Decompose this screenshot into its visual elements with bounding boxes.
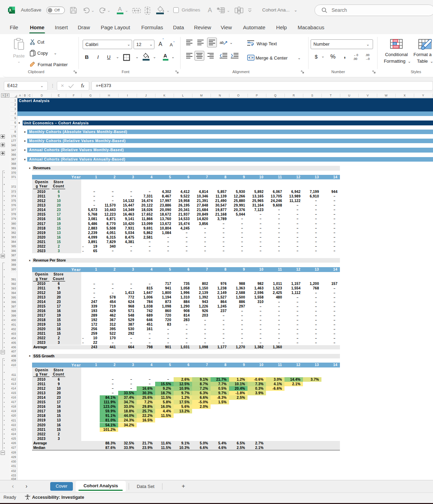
svg-text:.00: .00 xyxy=(365,53,370,57)
svg-text:ab: ab xyxy=(247,41,250,44)
svg-text:→0: →0 xyxy=(365,57,370,61)
svg-text:X: X xyxy=(9,8,12,12)
svg-text:ab: ab xyxy=(220,40,224,45)
svg-text:←0: ←0 xyxy=(354,53,358,57)
svg-text:.00: .00 xyxy=(353,57,357,61)
